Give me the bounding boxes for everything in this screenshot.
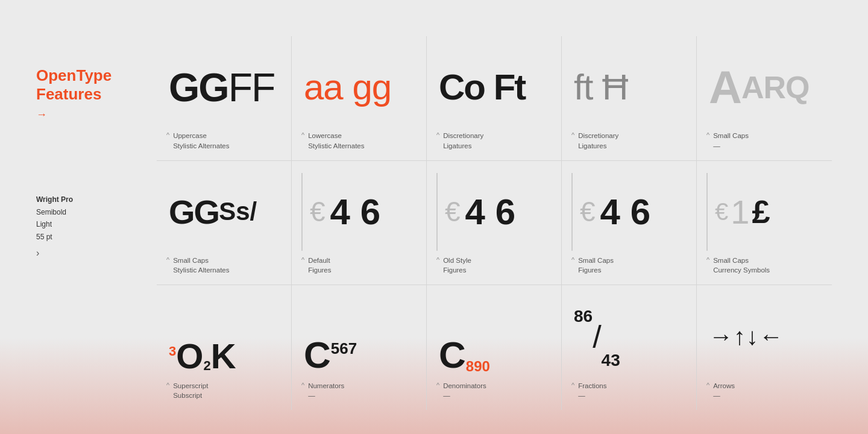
caret-icon: ^	[166, 382, 169, 389]
demo-disc-ligatures-2: ft Ħ	[571, 48, 687, 126]
demo-text-alt: FF	[228, 64, 275, 110]
demo-superscript-subscript: 3 O 2 K	[166, 297, 281, 376]
label-row: ^ DiscretionaryLigatures	[571, 131, 687, 150]
demo-denominators: C 890	[436, 297, 552, 376]
label-row: ^ Small CapsCurrency Symbols	[706, 256, 822, 275]
label-row: ^ Numerators—	[301, 381, 417, 400]
cell-superscript-subscript: 3 O 2 K ^ SuperscriptSubscript	[157, 285, 292, 410]
demo-euro: €	[715, 198, 728, 225]
caret-icon: ^	[706, 131, 709, 139]
demo-text: ft Ħ	[574, 66, 627, 108]
demo-small-caps: A ARQ	[706, 48, 822, 126]
sidebar-title: OpenTypeFeatures	[36, 66, 157, 104]
label-row: ^ LowercaseStylistic Alternates	[301, 131, 417, 150]
demo-small-caps-stylistic: GG Ss/	[166, 173, 281, 251]
font-size: 55 pt	[36, 233, 52, 241]
cell-small-caps-figures: € 4 6 ^ Small CapsFigures	[562, 161, 697, 286]
demo-one: 1	[731, 192, 749, 231]
feature-label: Fractions—	[578, 381, 606, 400]
caret-icon: ^	[166, 131, 169, 139]
caret-icon: ^	[571, 131, 574, 139]
demo-arrows: →↑↓←	[706, 297, 822, 376]
cell-small-caps: A ARQ ^ Small Caps—	[697, 36, 832, 161]
cell-uppercase-stylistic: GG FF ^ UppercaseStylistic Alternates	[157, 36, 292, 161]
font-name: Wright Pro	[36, 195, 73, 204]
sidebar-arrow[interactable]: →	[36, 108, 157, 121]
demo-default-figures: € 4 6	[301, 173, 417, 251]
sidebar: OpenTypeFeatures → Wright Pro Semibold L…	[36, 36, 157, 410]
label-row: ^ Old StyleFigures	[436, 256, 552, 275]
demo-890: 890	[466, 358, 490, 375]
demo-old-style-figures: € 4 6	[436, 173, 552, 251]
feature-label: Old StyleFigures	[443, 256, 471, 275]
demo-lowercase-stylistic: aa gg	[301, 48, 417, 126]
feature-label: DefaultFigures	[308, 256, 331, 275]
demo-sub-2: 2	[203, 358, 210, 374]
cell-arrows: →↑↓← ^ Arrows—	[697, 285, 832, 410]
feature-label: Small Caps—	[713, 131, 749, 150]
feature-label: UppercaseStylistic Alternates	[173, 131, 229, 150]
label-row: ^ Small CapsFigures	[571, 256, 687, 275]
features-grid: GG FF ^ UppercaseStylistic Alternates aa…	[157, 36, 832, 410]
caret-icon: ^	[436, 382, 439, 389]
cell-small-caps-currency: € 1 £ ^ Small CapsCurrency Symbols	[697, 161, 832, 286]
cell-old-style-figures: € 4 6 ^ Old StyleFigures	[427, 161, 562, 286]
demo-fractions: 86 / 43	[571, 297, 687, 376]
label-row: ^ DefaultFigures	[301, 256, 417, 275]
feature-label: LowercaseStylistic Alternates	[308, 131, 364, 150]
feature-label: DiscretionaryLigatures	[443, 131, 483, 150]
caret-icon: ^	[166, 256, 169, 263]
label-row: ^ Arrows—	[706, 381, 822, 400]
demo-uppercase-stylistic: GG FF	[166, 48, 281, 126]
demo-euro: €	[310, 195, 326, 228]
demo-a-big: A	[709, 64, 741, 110]
demo-c: C	[304, 333, 331, 376]
demo-arrows-text: →↑↓←	[709, 323, 784, 350]
main-container: OpenTypeFeatures → Wright Pro Semibold L…	[0, 0, 868, 434]
demo-super-3: 3	[169, 344, 176, 359]
cell-numerators: C 567 ^ Numerators—	[292, 285, 427, 410]
demo-text: aa gg	[304, 66, 391, 108]
caret-icon: ^	[571, 256, 574, 263]
demo-numbers: 4 6	[330, 191, 380, 233]
caret-icon: ^	[436, 131, 439, 139]
demo-numbers: 4 6	[600, 191, 650, 233]
demo-small-caps-currency: € 1 £	[706, 173, 822, 251]
label-row: ^ Small Caps—	[706, 131, 822, 150]
sidebar-chevron[interactable]: ›	[36, 248, 157, 259]
feature-label: Small CapsStylistic Alternates	[173, 256, 229, 275]
label-row: ^ DiscretionaryLigatures	[436, 131, 552, 150]
caret-icon: ^	[571, 382, 574, 389]
demo-text: ARQ	[741, 72, 810, 103]
cell-disc-ligatures-2: ft Ħ ^ DiscretionaryLigatures	[562, 36, 697, 161]
demo-numerators: C 567	[301, 297, 417, 376]
label-row: ^ Fractions—	[571, 381, 687, 400]
caret-icon: ^	[706, 256, 709, 263]
feature-label: Arrows—	[713, 381, 735, 400]
demo-pound: £	[752, 193, 770, 230]
demo-euro: €	[580, 195, 596, 228]
demo-disc-ligatures-1: Co Ft	[436, 48, 552, 126]
cell-default-figures: € 4 6 ^ DefaultFigures	[292, 161, 427, 286]
feature-label: Denominators—	[443, 381, 486, 400]
demo-numbers: 4 6	[465, 191, 515, 233]
font-weight: Semibold	[36, 208, 66, 216]
feature-label: Small CapsCurrency Symbols	[713, 256, 770, 275]
cell-fractions: 86 / 43 ^ Fractions—	[562, 285, 697, 410]
demo-text: Co Ft	[439, 66, 525, 108]
demo-numerator: 86	[574, 307, 593, 326]
caret-icon: ^	[436, 256, 439, 263]
cell-small-caps-stylistic: GG Ss/ ^ Small CapsStylistic Alternates	[157, 161, 292, 286]
label-row: ^ SuperscriptSubscript	[166, 381, 281, 400]
feature-label: Numerators—	[308, 381, 344, 400]
font-style: Light	[36, 220, 52, 228]
caret-icon: ^	[301, 131, 304, 139]
cell-denominators: C 890 ^ Denominators—	[427, 285, 562, 410]
demo-small-caps-figures: € 4 6	[571, 173, 687, 251]
caret-icon: ^	[301, 382, 304, 389]
feature-label: Small CapsFigures	[578, 256, 614, 275]
sidebar-meta: Wright Pro Semibold Light 55 pt	[36, 193, 157, 243]
demo-k: K	[211, 336, 236, 376]
demo-text: GG	[169, 64, 228, 110]
demo-euro: €	[445, 195, 461, 228]
